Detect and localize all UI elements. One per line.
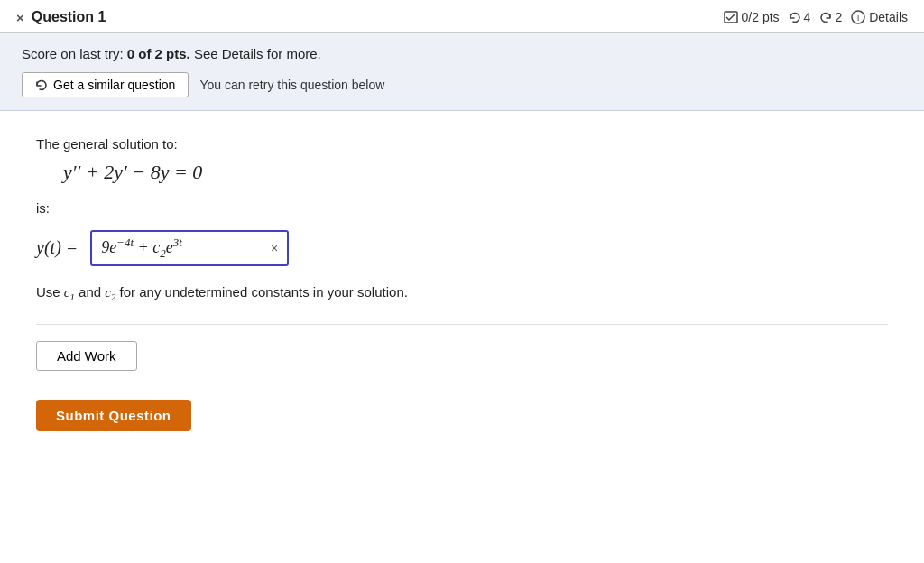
redo-group: 2 [819, 10, 842, 24]
refresh-icon [35, 78, 48, 91]
answer-input-content: 9e−4t + c2e3t [101, 235, 263, 261]
add-work-button[interactable]: Add Work [36, 341, 137, 371]
question-header: × Question 1 0/2 pts 4 [0, 0, 924, 33]
submit-section: Submit Question [36, 400, 888, 431]
equation-text: y′′ + 2y′ − 8y = 0 [63, 161, 202, 183]
redo-count: 2 [835, 10, 842, 24]
svg-text:i: i [857, 13, 859, 23]
answer-label: y(t) = [36, 237, 78, 258]
constants-prefix: Use [36, 284, 64, 300]
clear-answer-icon[interactable]: × [271, 241, 278, 255]
close-icon[interactable]: × [16, 10, 24, 25]
banner-actions: Get a similar question You can retry thi… [22, 72, 902, 97]
header-right: 0/2 pts 4 2 [724, 10, 908, 24]
info-icon[interactable]: i Details [851, 10, 908, 24]
score-banner: Score on last try: 0 of 2 pts. See Detai… [0, 33, 924, 111]
undo-icon[interactable] [789, 11, 801, 23]
score-value: 0 of 2 pts. [127, 46, 190, 61]
is-label: is: [36, 200, 888, 216]
score-text: Score on last try: 0 of 2 pts. See Detai… [22, 46, 902, 61]
submit-question-button[interactable]: Submit Question [36, 400, 191, 431]
pts-badge: 0/2 pts [724, 10, 780, 24]
redo-icon[interactable] [819, 11, 832, 23]
question-title-group: × Question 1 [16, 9, 106, 25]
undo-group: 4 [789, 10, 811, 24]
question-title: Question 1 [32, 9, 106, 25]
retry-text: You can retry this question below [199, 78, 384, 92]
similar-question-button[interactable]: Get a similar question [22, 72, 189, 97]
undo-count: 4 [804, 10, 811, 24]
score-suffix: See Details for more. [190, 46, 321, 61]
c1-symbol: c1 [64, 285, 75, 300]
section-divider [36, 324, 888, 325]
answer-input-wrapper[interactable]: 9e−4t + c2e3t × [90, 230, 289, 266]
equation-display: y′′ + 2y′ − 8y = 0 [63, 161, 888, 184]
constants-mid: and [75, 284, 105, 300]
details-label: Details [869, 10, 908, 24]
constants-suffix: for any undetermined constants in your s… [116, 284, 408, 300]
similar-btn-label: Get a similar question [53, 78, 175, 92]
add-work-section: Add Work [36, 341, 888, 385]
problem-intro: The general solution to: [36, 136, 888, 152]
c2-symbol: c2 [105, 285, 116, 300]
answer-row: y(t) = 9e−4t + c2e3t × [36, 230, 888, 266]
score-prefix: Score on last try: [22, 46, 127, 61]
pts-value: 0/2 pts [742, 10, 780, 24]
checkbox-icon [724, 11, 738, 23]
main-content: The general solution to: y′′ + 2y′ − 8y … [0, 111, 924, 449]
constants-note: Use c1 and c2 for any undetermined const… [36, 284, 888, 302]
